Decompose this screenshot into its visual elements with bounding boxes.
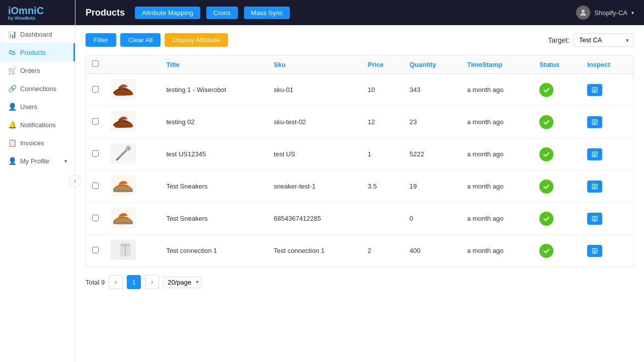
sidebar-collapse-button[interactable]: ‹ bbox=[69, 175, 81, 187]
filter-button[interactable]: Filter bbox=[86, 33, 116, 47]
store-name: Shopify-CA bbox=[594, 9, 627, 17]
inspect-button[interactable] bbox=[587, 84, 602, 96]
row-checkbox[interactable] bbox=[86, 170, 105, 203]
product-image bbox=[105, 138, 160, 170]
svg-line-17 bbox=[117, 158, 118, 160]
sidebar-item-label: Notifications bbox=[20, 121, 56, 129]
product-price: 12 bbox=[362, 106, 404, 138]
row-checkbox[interactable] bbox=[86, 235, 105, 267]
current-page[interactable]: 1 bbox=[127, 275, 141, 289]
sidebar-item-products[interactable]: 🛍 Products bbox=[0, 43, 75, 61]
sidebar-item-dashboard[interactable]: 📊 Dashboard bbox=[0, 25, 75, 43]
svg-point-8 bbox=[118, 119, 123, 122]
product-status bbox=[533, 74, 581, 106]
product-inspect[interactable] bbox=[581, 203, 633, 235]
page-title: Products bbox=[86, 8, 125, 18]
row-checkbox[interactable] bbox=[86, 138, 105, 170]
row-checkbox[interactable] bbox=[86, 203, 105, 235]
inspect-button[interactable] bbox=[587, 116, 602, 128]
product-quantity: 0 bbox=[404, 203, 461, 235]
sidebar-item-label: Invoices bbox=[20, 139, 44, 147]
product-timestamp: a month ago bbox=[461, 170, 534, 203]
display-attribute-button[interactable]: Display Attribute bbox=[165, 33, 228, 47]
product-price bbox=[362, 203, 404, 235]
col-sku: Sku bbox=[268, 55, 362, 74]
product-image bbox=[105, 203, 160, 235]
row-select-checkbox[interactable] bbox=[92, 183, 99, 189]
product-inspect[interactable] bbox=[581, 170, 633, 203]
select-all-checkbox[interactable] bbox=[92, 60, 99, 67]
col-inspect: Inspect bbox=[581, 55, 633, 74]
product-sku: Test connection 1 bbox=[268, 235, 362, 267]
col-quantity: Quantity bbox=[404, 55, 461, 74]
product-quantity: 19 bbox=[404, 170, 461, 203]
connections-icon: 🔗 bbox=[8, 84, 16, 93]
inspect-button[interactable] bbox=[587, 213, 602, 225]
product-price: 1 bbox=[362, 138, 404, 170]
status-badge bbox=[539, 244, 553, 258]
product-image bbox=[105, 106, 160, 138]
attribute-mapping-button[interactable]: Attribute Mapping bbox=[135, 7, 200, 19]
svg-rect-29 bbox=[113, 222, 133, 224]
profile-icon: 👤 bbox=[8, 157, 16, 165]
status-badge bbox=[539, 212, 553, 226]
inspect-button[interactable] bbox=[587, 148, 602, 160]
page-size-select[interactable]: 20/page 50/page bbox=[163, 277, 202, 288]
sidebar-item-invoices[interactable]: 📋 Invoices bbox=[0, 134, 75, 152]
product-inspect[interactable] bbox=[581, 74, 633, 106]
row-select-checkbox[interactable] bbox=[92, 150, 99, 157]
sidebar-item-my-profile[interactable]: 👤 My Profile ▾ bbox=[0, 152, 75, 170]
product-status bbox=[533, 203, 581, 235]
sidebar-item-orders[interactable]: 🛒 Orders bbox=[0, 61, 75, 79]
user-menu[interactable]: Shopify-CA ▾ bbox=[576, 6, 634, 20]
product-timestamp: a month ago bbox=[461, 203, 534, 235]
product-title: Test Sneakers bbox=[160, 170, 268, 203]
svg-point-0 bbox=[582, 10, 585, 13]
row-select-checkbox[interactable] bbox=[92, 247, 99, 253]
sidebar-item-users[interactable]: 👤 Users bbox=[0, 98, 75, 116]
avatar bbox=[576, 6, 590, 20]
notifications-icon: 🔔 bbox=[8, 121, 16, 129]
mass-sync-button[interactable]: Mass Sync bbox=[244, 7, 290, 19]
invoices-icon: 📋 bbox=[8, 139, 16, 147]
next-page-button[interactable]: › bbox=[145, 275, 159, 289]
clear-all-button[interactable]: Clear All bbox=[120, 33, 160, 47]
product-price: 3.5 bbox=[362, 170, 404, 203]
chevron-down-icon: ▾ bbox=[631, 10, 634, 16]
users-icon: 👤 bbox=[8, 103, 16, 111]
inspect-button[interactable] bbox=[587, 180, 602, 193]
product-price: 2 bbox=[362, 235, 404, 267]
product-inspect[interactable] bbox=[581, 106, 633, 138]
app-logo: iOmniC by WiseBots bbox=[0, 0, 75, 25]
sidebar-item-connections[interactable]: 🔗 Connections bbox=[0, 79, 75, 98]
row-select-checkbox[interactable] bbox=[92, 118, 99, 125]
svg-point-2 bbox=[118, 86, 123, 89]
orders-icon: 🛒 bbox=[8, 66, 16, 74]
row-checkbox[interactable] bbox=[86, 74, 105, 106]
row-checkbox[interactable] bbox=[86, 106, 105, 138]
row-select-checkbox[interactable] bbox=[92, 86, 99, 93]
product-price: 10 bbox=[362, 74, 404, 106]
status-badge bbox=[539, 83, 553, 97]
product-timestamp: a month ago bbox=[461, 106, 534, 138]
row-select-checkbox[interactable] bbox=[92, 215, 99, 221]
sidebar-item-label: Products bbox=[20, 49, 46, 56]
product-inspect[interactable] bbox=[581, 235, 633, 267]
crons-button[interactable]: Crons bbox=[206, 7, 238, 19]
prev-page-button[interactable]: ‹ bbox=[109, 275, 123, 289]
sidebar-nav: 📊 Dashboard 🛍 Products 🛒 Orders 🔗 Connec… bbox=[0, 25, 75, 170]
product-quantity: 400 bbox=[404, 235, 461, 267]
sidebar-item-notifications[interactable]: 🔔 Notifications bbox=[0, 116, 75, 134]
product-timestamp: a month ago bbox=[461, 235, 534, 267]
page-content: Filter Clear All Display Attribute Targe… bbox=[75, 25, 644, 362]
target-select[interactable]: Test CA bbox=[574, 33, 634, 47]
table-row: testing 02 sku-test-02 12 23 a month ago bbox=[86, 106, 633, 138]
product-inspect[interactable] bbox=[581, 138, 633, 170]
inspect-button[interactable] bbox=[587, 245, 602, 257]
product-sku: sku-01 bbox=[268, 74, 362, 106]
toolbar: Filter Clear All Display Attribute Targe… bbox=[86, 33, 634, 47]
sidebar: iOmniC by WiseBots 📊 Dashboard 🛍 Product… bbox=[0, 0, 75, 362]
sidebar-item-label: Connections bbox=[20, 85, 56, 93]
sidebar-item-label: My Profile bbox=[20, 157, 49, 165]
sidebar-item-label: Users bbox=[20, 103, 37, 111]
